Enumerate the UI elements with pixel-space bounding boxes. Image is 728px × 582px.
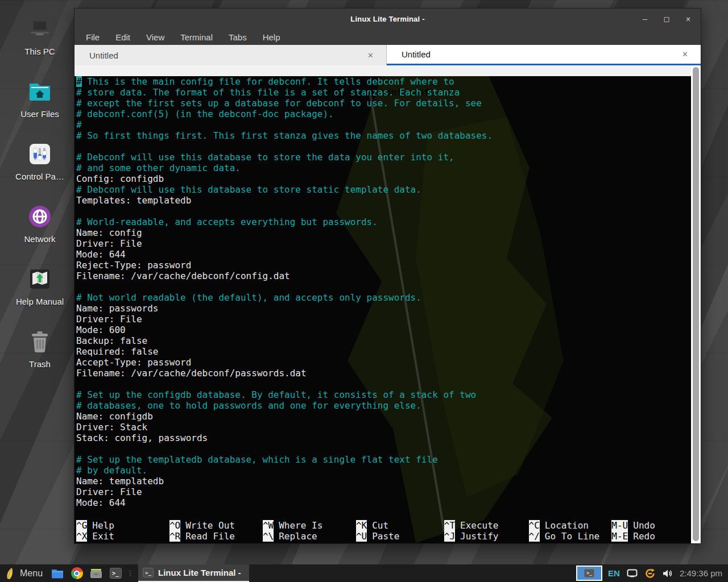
desktop-icon-label: Network bbox=[24, 234, 55, 244]
menu-item-view[interactable]: View bbox=[146, 32, 164, 42]
nano-shortcut-read-file[interactable]: ^RRead File bbox=[169, 531, 263, 542]
minimize-icon[interactable]: – bbox=[640, 14, 650, 23]
desktop-icon-label: Trash bbox=[29, 359, 51, 369]
editor-line bbox=[76, 281, 691, 292]
editor-line: Templates: templatedb bbox=[76, 195, 691, 206]
editor-line: Backup: false bbox=[76, 335, 691, 346]
computer-icon bbox=[26, 15, 54, 43]
menu-item-help[interactable]: Help bbox=[263, 32, 280, 42]
nano-shortcut-redo[interactable]: M-ERedo bbox=[611, 531, 689, 542]
editor-line: Mode: 600 bbox=[76, 325, 691, 335]
editor-line: # debconf.conf(5) (in the debconf-doc pa… bbox=[76, 109, 691, 119]
editor-line: Stack: config, passwords bbox=[76, 433, 691, 443]
desktop-icon-list: This PC User Files bbox=[7, 15, 73, 390]
clock[interactable]: 2:49:36 pm bbox=[680, 568, 722, 578]
desktop-icon-this-pc[interactable]: This PC bbox=[7, 15, 73, 77]
desktop-icon-control-panel[interactable]: Control Pa… bbox=[7, 140, 73, 202]
nano-shortcut-paste[interactable]: ^UPaste bbox=[356, 531, 444, 542]
menu-item-tabs[interactable]: Tabs bbox=[229, 32, 247, 42]
maximize-icon[interactable]: □ bbox=[662, 14, 671, 23]
editor-line bbox=[76, 443, 691, 454]
nano-shortcut-exit[interactable]: ^XExit bbox=[76, 531, 169, 542]
editor-line: # Not world readable (the default), and … bbox=[76, 292, 691, 303]
keyboard-layout-indicator[interactable]: EN bbox=[608, 568, 620, 578]
tab-label: Untitled bbox=[89, 51, 118, 60]
nano-shortcut-location[interactable]: ^CLocation bbox=[529, 520, 612, 531]
editor-line: # databases, one to hold passwords and o… bbox=[76, 400, 691, 411]
tab-untitled-1[interactable]: Untitled ✕ bbox=[75, 45, 387, 65]
menu-item-file[interactable]: File bbox=[86, 32, 100, 42]
tab-close-icon[interactable]: ✕ bbox=[682, 50, 688, 59]
nano-shortcut-undo[interactable]: M-UUndo bbox=[611, 520, 689, 531]
volume-icon[interactable] bbox=[663, 569, 673, 578]
start-menu-button[interactable]: Menu bbox=[3, 567, 45, 580]
archive-manager-launcher-icon[interactable] bbox=[89, 567, 103, 580]
trash-icon bbox=[26, 327, 54, 356]
desktop-icon-trash[interactable]: Trash bbox=[7, 327, 73, 390]
help-manual-icon bbox=[26, 265, 54, 293]
editor-line bbox=[76, 206, 691, 217]
nano-shortcut-help[interactable]: ^GHelp bbox=[76, 520, 169, 531]
desktop-icon-label: User Files bbox=[20, 109, 59, 119]
editor-line: Filename: /var/cache/debconf/passwords.d… bbox=[76, 368, 691, 379]
terminal-scrollbar[interactable] bbox=[691, 65, 701, 543]
linux-lite-feather-icon bbox=[6, 567, 15, 580]
editor-line: Name: config bbox=[76, 227, 691, 238]
editor-line: Driver: File bbox=[76, 314, 691, 325]
editor-line: # World-readable, and accepts everything… bbox=[76, 217, 691, 227]
terminal-window: Linux Lite Terminal - – □ ✕ FileEditView… bbox=[74, 8, 701, 544]
terminal-icon: >_ bbox=[143, 568, 154, 577]
window-titlebar[interactable]: Linux Lite Terminal - – □ ✕ bbox=[75, 9, 701, 29]
editor-line: Name: configdb bbox=[76, 411, 691, 422]
editor-line: # by default. bbox=[76, 465, 691, 476]
editor-line: Filename: /var/cache/debconf/config.dat bbox=[76, 271, 691, 281]
terminal-launcher-icon[interactable]: >_ bbox=[109, 567, 122, 580]
editor-line: # bbox=[76, 119, 691, 130]
editor-line: Accept-Type: password bbox=[76, 357, 691, 368]
nano-shortcut-cut[interactable]: ^KCut bbox=[356, 520, 444, 531]
editor-line: Required: false bbox=[76, 346, 691, 357]
tab-untitled-2[interactable]: Untitled ✕ bbox=[387, 45, 701, 65]
chrome-browser-launcher-icon[interactable] bbox=[70, 567, 84, 580]
taskbar-separator[interactable] bbox=[128, 568, 133, 579]
desktop-icon-label: Control Pa… bbox=[15, 172, 64, 181]
terminal-screen[interactable]: GNU nano 7.2 /etc/debconf.conf # This is… bbox=[75, 65, 691, 543]
nano-shortcut-justify[interactable]: ^JJustify bbox=[444, 531, 529, 542]
nano-shortcut-where-is[interactable]: ^WWhere Is bbox=[263, 520, 356, 531]
control-panel-icon bbox=[26, 140, 54, 168]
nano-titlebar: GNU nano 7.2 /etc/debconf.conf bbox=[75, 65, 691, 76]
menu-item-edit[interactable]: Edit bbox=[115, 32, 130, 42]
taskbar-window-button[interactable]: >_ Linux Lite Terminal - bbox=[138, 564, 249, 582]
editor-line: Mode: 644 bbox=[76, 497, 691, 508]
menu-item-terminal[interactable]: Terminal bbox=[180, 32, 213, 42]
taskbar-window-label: Linux Lite Terminal - bbox=[158, 568, 241, 577]
desktop-icon-label: Help Manual bbox=[16, 297, 64, 306]
editor-line: # So first things first. This first stan… bbox=[76, 130, 691, 141]
display-settings-icon[interactable] bbox=[627, 569, 638, 577]
desktop-wallpaper: This PC User Files bbox=[0, 0, 728, 582]
editor-line: # and some other dynamic data. bbox=[76, 163, 691, 173]
nano-shortcut-go-to-line[interactable]: ^/Go To Line bbox=[529, 531, 612, 542]
nano-shortcut-execute[interactable]: ^TExecute bbox=[444, 520, 529, 531]
nano-shortcut-write-out[interactable]: ^OWrite Out bbox=[169, 520, 263, 531]
editor-line bbox=[76, 379, 691, 389]
window-controls: – □ ✕ bbox=[640, 9, 693, 29]
close-icon[interactable]: ✕ bbox=[684, 14, 693, 23]
taskbar: Menu >_ >_ bbox=[0, 564, 728, 582]
updates-available-icon[interactable] bbox=[644, 568, 656, 579]
editor-line: # Debconf will use this database to stor… bbox=[76, 184, 691, 195]
workspace-switcher[interactable]: >_ bbox=[576, 566, 602, 581]
system-tray: EN 2:49:36 pm bbox=[608, 568, 725, 579]
tab-close-icon[interactable]: ✕ bbox=[367, 51, 374, 60]
menu-bar: FileEditViewTerminalTabsHelp bbox=[75, 29, 701, 45]
scrollbar-thumb[interactable] bbox=[693, 67, 699, 541]
folder-home-icon bbox=[26, 77, 54, 106]
nano-shortcut-replace[interactable]: ^\Replace bbox=[263, 531, 356, 542]
editor-lines: # This is the main config file for debco… bbox=[75, 76, 691, 508]
desktop-icon-help-manual[interactable]: Help Manual bbox=[7, 265, 73, 327]
desktop-icon-user-files[interactable]: User Files bbox=[7, 77, 73, 140]
file-manager-launcher-icon[interactable] bbox=[51, 567, 64, 580]
desktop-icon-network[interactable]: Network bbox=[7, 202, 73, 265]
editor-line: Mode: 644 bbox=[76, 249, 691, 260]
editor-line: Config: configdb bbox=[76, 173, 691, 184]
